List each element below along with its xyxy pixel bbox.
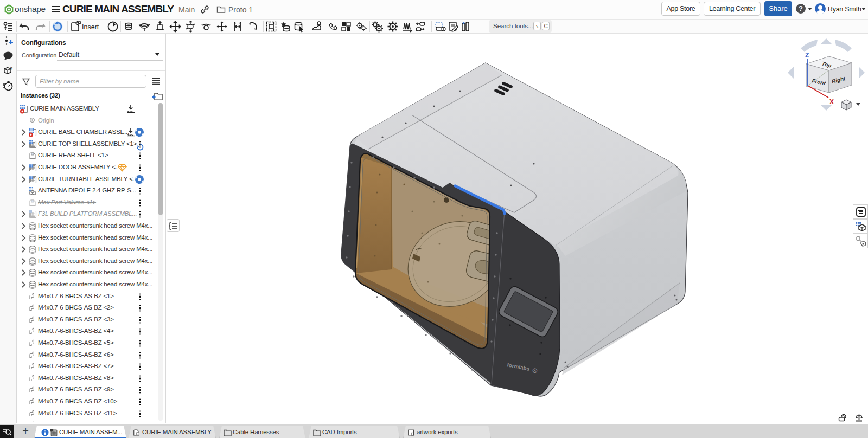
svg-text:X: X [829,98,834,106]
svg-text:?: ? [10,66,13,71]
svg-text:Z: Z [805,51,809,59]
svg-text:⨂: ⨂ [532,367,538,373]
